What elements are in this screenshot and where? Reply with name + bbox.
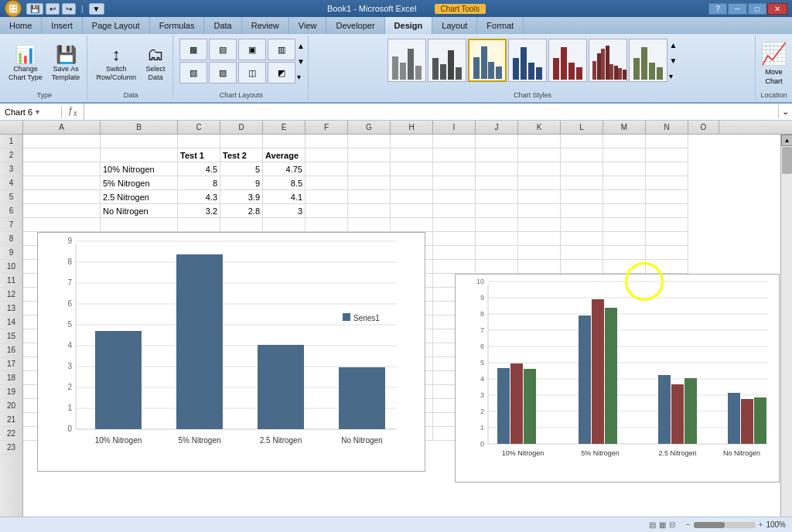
customise-btn[interactable]: ▼	[89, 3, 104, 15]
tab-data[interactable]: Data	[204, 17, 241, 34]
cell-e3[interactable]: 4.75	[263, 162, 306, 176]
cell-l1[interactable]	[561, 135, 603, 148]
cell-i4[interactable]	[433, 176, 476, 190]
cell-k4[interactable]	[518, 176, 561, 190]
cell-e6[interactable]: 3	[263, 204, 306, 218]
cell-f3[interactable]	[306, 162, 348, 176]
cell-l3[interactable]	[561, 162, 603, 176]
close-btn[interactable]: ✕	[767, 3, 787, 15]
layouts-dropdown[interactable]: ▾	[297, 73, 305, 81]
chart-style-3[interactable]	[468, 39, 507, 82]
tab-home[interactable]: Home	[0, 17, 42, 34]
chart2[interactable]: 0 1 2 3 4 5 6 7 8 9	[455, 274, 780, 483]
chart1[interactable]: 0 1 2 3 4 5 6 7 8	[37, 232, 425, 472]
layouts-scroll-down[interactable]: ▼	[297, 57, 305, 66]
cell-l2[interactable]	[561, 148, 603, 162]
cell-d4[interactable]: 9	[220, 176, 263, 190]
chart-style-7[interactable]	[629, 39, 667, 82]
cell-d5[interactable]: 3.9	[220, 190, 263, 204]
formula-function-icon[interactable]: ƒx	[62, 104, 84, 119]
cell-h5[interactable]	[391, 190, 433, 204]
cell-j5[interactable]	[476, 190, 518, 204]
cell-g4[interactable]	[348, 176, 391, 190]
office-button[interactable]: ⊞	[5, 0, 22, 17]
zoom-slider[interactable]	[694, 522, 756, 528]
row-9[interactable]: 9	[0, 246, 22, 260]
tab-developer[interactable]: Developer	[326, 17, 384, 34]
cell-c5[interactable]: 4.3	[178, 190, 220, 204]
save-btn[interactable]: 💾	[26, 3, 43, 15]
cell-n4[interactable]	[646, 176, 688, 190]
view-page-layout[interactable]: ▦	[659, 520, 666, 529]
row-8[interactable]: 8	[0, 232, 22, 246]
cell-j6[interactable]	[476, 204, 518, 218]
cell-m4[interactable]	[603, 176, 646, 190]
styles-dropdown[interactable]: ▾	[669, 72, 677, 80]
row-3[interactable]: 3	[0, 162, 22, 176]
cell-f6[interactable]	[306, 204, 348, 218]
cell-l6[interactable]	[561, 204, 603, 218]
row-7[interactable]: 7	[0, 218, 22, 232]
help-btn[interactable]: ?	[708, 3, 727, 15]
row-6[interactable]: 6	[0, 204, 22, 218]
cell-l5[interactable]	[561, 190, 603, 204]
cell-c1[interactable]	[178, 135, 220, 148]
cell-n6[interactable]	[646, 204, 688, 218]
cell-c6[interactable]: 3.2	[178, 204, 220, 218]
chart-style-6[interactable]	[589, 39, 627, 82]
cell-g5[interactable]	[348, 190, 391, 204]
layout-7[interactable]: ◫	[238, 62, 266, 84]
cell-j2[interactable]	[476, 148, 518, 162]
chart-style-2[interactable]	[428, 39, 466, 82]
cell-f5[interactable]	[306, 190, 348, 204]
chart-style-5[interactable]	[548, 39, 587, 82]
cell-n1[interactable]	[646, 135, 688, 148]
row-15[interactable]: 15	[0, 329, 22, 343]
row-16[interactable]: 16	[0, 343, 22, 357]
cell-g1[interactable]	[348, 135, 391, 148]
cell-k1[interactable]	[518, 135, 561, 148]
select-data-btn[interactable]: 🗂 SelectData	[142, 43, 169, 84]
cell-m1[interactable]	[603, 135, 646, 148]
cell-f2[interactable]	[306, 148, 348, 162]
tab-review[interactable]: Review	[242, 17, 289, 34]
minimize-btn[interactable]: ─	[728, 3, 747, 15]
tab-formulas[interactable]: Formulas	[150, 17, 205, 34]
switch-row-column-btn[interactable]: ↕ SwitchRow/Column	[92, 43, 140, 84]
ribbon-expand-btn[interactable]: ⌄	[778, 105, 792, 118]
scrollbar-thumb[interactable]	[782, 147, 792, 174]
cell-k2[interactable]	[518, 148, 561, 162]
cell-a4[interactable]	[23, 176, 101, 190]
cell-d2[interactable]: Test 2	[220, 148, 263, 162]
cell-h1[interactable]	[391, 135, 433, 148]
cell-l4[interactable]	[561, 176, 603, 190]
cell-b2[interactable]	[101, 148, 178, 162]
cell-e4[interactable]: 8.5	[263, 176, 306, 190]
row-14[interactable]: 14	[0, 315, 22, 329]
cell-n3[interactable]	[646, 162, 688, 176]
tab-design[interactable]: Design	[385, 17, 433, 34]
row-13[interactable]: 13	[0, 302, 22, 315]
cell-h6[interactable]	[391, 204, 433, 218]
cell-i6[interactable]	[433, 204, 476, 218]
vertical-scrollbar[interactable]: ▲	[780, 135, 792, 532]
cell-c2[interactable]: Test 1	[178, 148, 220, 162]
tab-insert[interactable]: Insert	[42, 17, 83, 34]
tab-format[interactable]: Format	[477, 17, 524, 34]
cell-m2[interactable]	[603, 148, 646, 162]
cell-h3[interactable]	[391, 162, 433, 176]
cell-j3[interactable]	[476, 162, 518, 176]
zoom-out[interactable]: −	[686, 520, 691, 529]
cell-n2[interactable]	[646, 148, 688, 162]
row-23[interactable]: 23	[0, 441, 22, 455]
cell-a2[interactable]	[23, 148, 101, 162]
row-22[interactable]: 22	[0, 427, 22, 441]
layout-1[interactable]: ▦	[179, 39, 207, 60]
styles-scroll-up[interactable]: ▲	[669, 41, 677, 49]
cell-f4[interactable]	[306, 176, 348, 190]
cell-c4[interactable]: 8	[178, 176, 220, 190]
cell-m5[interactable]	[603, 190, 646, 204]
cell-j1[interactable]	[476, 135, 518, 148]
layout-8[interactable]: ◩	[268, 62, 295, 84]
row-20[interactable]: 20	[0, 399, 22, 413]
